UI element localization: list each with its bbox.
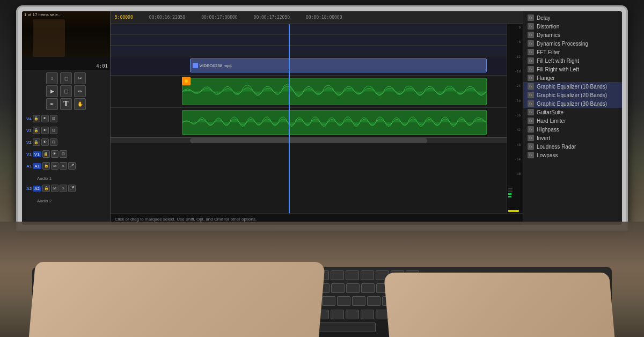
selection-info: 1 of 17 items sele... bbox=[24, 12, 61, 17]
track-v1-label: V1 bbox=[26, 152, 32, 157]
v3-vis-btn[interactable]: 👁 bbox=[41, 127, 49, 134]
effect-loudness-radar[interactable]: fx Loudness Radar bbox=[523, 142, 622, 151]
tool-btn-cursor[interactable]: ◻ bbox=[60, 72, 72, 84]
meter-6: -6 bbox=[508, 40, 522, 43]
v3-sync-btn[interactable]: ⊡ bbox=[50, 127, 57, 134]
audio-track-1 bbox=[111, 76, 507, 108]
tool-btn-pen[interactable]: ✒ bbox=[46, 98, 58, 110]
meter-label-36: -36 bbox=[515, 113, 521, 117]
tool-row-3: ✒ T ✋ bbox=[24, 98, 108, 110]
a2-badge: A2 bbox=[33, 186, 41, 192]
effect-dynamics-processing[interactable]: fx Dynamics Processing bbox=[523, 39, 622, 48]
effect-fill-left[interactable]: fx Fill Left with Right bbox=[523, 56, 622, 65]
level-meter: 0 -6 -12 -18 -24 bbox=[507, 24, 523, 213]
effect-label-highpass: Highpass bbox=[537, 127, 559, 133]
kb-key-j bbox=[346, 310, 359, 319]
scroll-thumb[interactable] bbox=[190, 138, 428, 143]
timecode-4: 00:00:17:22050 bbox=[254, 15, 290, 20]
effect-label-fft-filter: FFT Filter bbox=[537, 49, 560, 55]
effect-icon-loudness-radar: fx bbox=[528, 143, 534, 150]
tool-btn-move[interactable]: ↕ bbox=[46, 72, 58, 84]
meter-18: -18 bbox=[508, 69, 522, 73]
orange-marker-dot bbox=[185, 79, 188, 83]
video-track-v4 bbox=[111, 24, 507, 35]
a2-m-btn[interactable]: M bbox=[51, 185, 58, 192]
effect-graphic-eq-20[interactable]: fx Graphic Equalizer (20 Bands) bbox=[523, 91, 622, 99]
hand-left bbox=[29, 262, 325, 337]
effect-icon-graphic-eq-10: fx bbox=[528, 83, 534, 90]
effect-icon-graphic-eq-30: fx bbox=[528, 100, 534, 107]
timestamp-overlay: 4:01 bbox=[96, 63, 108, 69]
effect-flanger[interactable]: fx Flanger bbox=[523, 74, 622, 82]
hand-right bbox=[384, 273, 614, 337]
audio-clip-2[interactable] bbox=[182, 110, 487, 135]
effect-distortion[interactable]: fx Distortion bbox=[523, 22, 622, 31]
audio-clip-1[interactable] bbox=[182, 78, 487, 105]
v3-lock-btn[interactable]: 🔒 bbox=[33, 127, 40, 134]
audio-2-label: Audio 2 bbox=[37, 199, 52, 203]
tool-btn-hand[interactable]: ✋ bbox=[74, 98, 86, 110]
effect-dynamics[interactable]: fx Dynamics bbox=[523, 31, 622, 39]
a2-rec-btn[interactable]: 🎤 bbox=[68, 185, 76, 192]
track-a2-controls: A2 A2 🔒 M S 🎤 bbox=[24, 183, 108, 194]
orange-clip-marker bbox=[182, 77, 191, 85]
v4-sync-btn[interactable]: ⊡ bbox=[50, 115, 57, 122]
effect-label-dynamics-processing: Dynamics Processing bbox=[537, 41, 588, 47]
timecode-ruler: 5:00000 00:00:16:22050 00:00:17:00000 00… bbox=[111, 11, 523, 24]
effect-fill-right[interactable]: fx Fill Right with Left bbox=[523, 65, 622, 74]
effects-list: fx Delay fx Distortion fx Dynamics fx bbox=[523, 11, 622, 162]
effect-invert[interactable]: fx Invert bbox=[523, 134, 622, 142]
kb-key-8 bbox=[346, 283, 360, 293]
effect-delay[interactable]: fx Delay bbox=[523, 13, 622, 22]
effect-lowpass[interactable]: fx Lowpass bbox=[523, 151, 622, 159]
tool-btn-text[interactable]: T bbox=[60, 98, 72, 110]
hands-photo-bg bbox=[0, 222, 644, 337]
a1-m-btn[interactable]: M bbox=[51, 162, 58, 170]
v1-badge: V1 bbox=[33, 151, 41, 157]
v4-vis-btn[interactable]: 👁 bbox=[41, 115, 49, 122]
kb-key-7 bbox=[331, 283, 345, 293]
effect-fft-filter[interactable]: fx FFT Filter bbox=[523, 48, 622, 56]
info-bar-text: Click or drag to marquee select. Use Shi… bbox=[115, 217, 257, 222]
v2-vis-btn[interactable]: 👁 bbox=[41, 138, 49, 146]
effect-guitarsuite[interactable]: fx GuitarSuite bbox=[523, 108, 622, 116]
playhead-line[interactable] bbox=[289, 24, 290, 213]
v2-lock-btn[interactable]: 🔒 bbox=[33, 138, 40, 146]
effect-highpass[interactable]: fx Highpass bbox=[523, 125, 622, 134]
effect-icon-invert: fx bbox=[528, 135, 534, 141]
effect-graphic-eq-30[interactable]: fx Graphic Equalizer (30 Bands) bbox=[523, 99, 622, 108]
video-clip-label: VIDEO0258.mp4 bbox=[200, 63, 232, 68]
tool-row-1: ↕ ◻ ✂ bbox=[24, 72, 108, 84]
kb-key-9 bbox=[361, 283, 375, 293]
tracks-column: VIDEO0258.mp4 bbox=[111, 24, 507, 213]
effect-label-dynamics: Dynamics bbox=[537, 32, 560, 38]
v1-lock-btn[interactable]: 🔒 bbox=[42, 150, 50, 158]
v4-lock-btn[interactable]: 🔒 bbox=[33, 115, 40, 122]
timecode-display: 5:00000 00:00:16:22050 00:00:17:00000 00… bbox=[115, 15, 342, 20]
v1-vis-btn[interactable]: 👁 bbox=[51, 150, 58, 158]
effect-label-flanger: Flanger bbox=[537, 75, 555, 81]
effect-label-loudness-radar: Loudness Radar bbox=[537, 144, 576, 150]
effect-graphic-eq-10[interactable]: fx Graphic Equalizer (10 Bands) bbox=[523, 82, 622, 91]
v2-sync-btn[interactable]: ⊡ bbox=[50, 138, 57, 146]
horizontal-scrollbar[interactable] bbox=[111, 137, 507, 143]
effect-label-fill-right: Fill Right with Left bbox=[537, 67, 579, 72]
a2-lock-btn[interactable]: 🔒 bbox=[42, 185, 50, 192]
tool-btn-slip[interactable]: ⇔ bbox=[74, 85, 86, 97]
tool-btn-select[interactable]: ▢ bbox=[60, 85, 72, 97]
a1-s-btn[interactable]: S bbox=[60, 162, 67, 170]
tool-btn-razor[interactable]: ✂ bbox=[74, 72, 86, 84]
v1-sync-btn[interactable]: ⊡ bbox=[60, 150, 67, 158]
a1-lock-btn[interactable]: 🔒 bbox=[42, 162, 50, 170]
a2-s-btn[interactable]: S bbox=[60, 185, 67, 192]
effect-hard-limiter[interactable]: fx Hard Limiter bbox=[523, 116, 622, 125]
a1-rec-btn[interactable]: 🎤 bbox=[68, 162, 76, 170]
effect-icon-flanger: fx bbox=[528, 75, 534, 81]
effect-label-guitarsuite: GuitarSuite bbox=[537, 109, 564, 115]
effect-label-lowpass: Lowpass bbox=[537, 152, 558, 158]
effect-label-fill-left: Fill Left with Right bbox=[537, 58, 579, 64]
video-clip[interactable]: VIDEO0258.mp4 bbox=[190, 58, 487, 72]
kb-key-k bbox=[361, 310, 374, 319]
effect-label-invert: Invert bbox=[537, 135, 550, 141]
tool-btn-arrow[interactable]: ▶ bbox=[46, 85, 58, 97]
